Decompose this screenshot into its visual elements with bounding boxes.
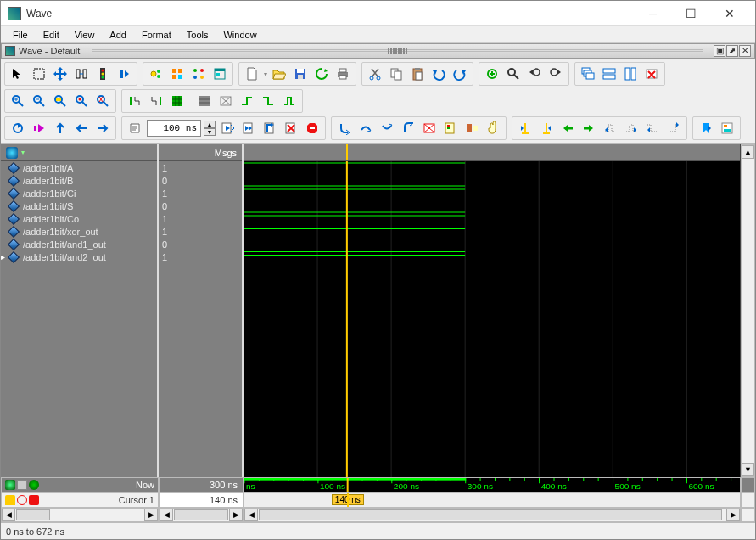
zoom-range-icon[interactable] — [93, 92, 112, 110]
signal-row[interactable]: /adder1bit/A — [1, 161, 157, 174]
stop-icon[interactable] — [303, 119, 322, 138]
signal-row[interactable]: /adder1bit/Co — [1, 212, 157, 225]
add-cursor-icon[interactable] — [516, 119, 535, 138]
step-over-icon[interactable] — [356, 119, 375, 138]
lock-icon[interactable] — [5, 495, 15, 505]
scroll-left-button[interactable]: ◀ — [160, 509, 173, 521]
falling-edge-icon[interactable] — [259, 92, 277, 110]
step-up-icon[interactable] — [51, 119, 70, 138]
maximize-button[interactable]: ☐ — [672, 2, 710, 25]
prev-event-icon[interactable] — [643, 119, 662, 138]
menu-view[interactable]: View — [68, 28, 102, 42]
copy-icon[interactable] — [387, 65, 406, 83]
wave-hscroll[interactable]: ◀ ▶ — [244, 508, 741, 522]
zoom-cursor-icon[interactable] — [72, 92, 91, 110]
scroll-right-button[interactable]: ▶ — [726, 509, 740, 521]
cursor-prev-edge-icon[interactable] — [126, 92, 144, 110]
scroll-right-button[interactable]: ▶ — [229, 509, 243, 521]
cursor-left-icon[interactable] — [558, 119, 577, 138]
delete-icon[interactable] — [642, 65, 661, 83]
step-icon[interactable] — [115, 65, 133, 83]
paste-icon[interactable] — [408, 65, 427, 83]
menu-window[interactable]: Window — [216, 28, 263, 42]
scroll-up-button[interactable]: ▲ — [742, 145, 754, 159]
eval-icon[interactable] — [420, 119, 439, 138]
prev-cursor-icon[interactable] — [537, 119, 556, 138]
next-event-icon[interactable] — [664, 119, 683, 138]
save-icon[interactable] — [291, 65, 310, 83]
process-icon[interactable] — [147, 65, 165, 83]
find-prev-icon[interactable] — [525, 65, 544, 83]
print-icon[interactable] — [333, 65, 352, 83]
run-length-icon[interactable] — [126, 119, 144, 138]
run-continue-icon[interactable] — [30, 119, 48, 138]
vertical-scrollbar[interactable]: ▲ ▼ — [741, 144, 755, 477]
wave-area[interactable] — [244, 161, 740, 477]
grid-icon[interactable] — [168, 92, 187, 110]
undo-icon[interactable] — [429, 65, 448, 83]
step-forward-icon[interactable] — [93, 119, 112, 138]
menu-edit[interactable]: Edit — [36, 28, 66, 42]
signal-row[interactable]: /adder1bit/xor_out — [1, 225, 157, 238]
signals-icon[interactable] — [189, 65, 208, 83]
show-source-icon[interactable] — [441, 119, 460, 138]
browser-icon[interactable] — [210, 65, 229, 83]
tile-horiz-icon[interactable] — [600, 65, 619, 83]
open-icon[interactable] — [270, 65, 288, 83]
scroll-left-button[interactable]: ◀ — [2, 509, 15, 521]
rising-edge-icon[interactable] — [238, 92, 256, 110]
value-list[interactable]: 10101101 — [159, 161, 242, 477]
expand-icon[interactable] — [51, 65, 70, 83]
doc-dock-button[interactable]: ▣ — [714, 45, 725, 57]
tile-vert-icon[interactable] — [621, 65, 640, 83]
cursor-next-edge-icon[interactable] — [147, 92, 165, 110]
signal-row[interactable]: /adder1bit/Ci — [1, 187, 157, 200]
signal-row[interactable]: /adder1bit/B — [1, 174, 157, 187]
redo-icon[interactable] — [451, 65, 469, 83]
properties-icon[interactable] — [718, 119, 736, 138]
trace-step-icon[interactable] — [335, 119, 354, 138]
run-time-input[interactable] — [147, 120, 201, 137]
remove-icon[interactable] — [29, 495, 39, 505]
next-transition-icon[interactable] — [622, 119, 641, 138]
scroll-right-button[interactable]: ▶ — [144, 509, 158, 521]
cut-icon[interactable] — [366, 65, 384, 83]
menu-add[interactable]: Add — [103, 28, 133, 42]
signal-list[interactable]: /adder1bit/A/adder1bit/B/adder1bit/Ci/ad… — [1, 161, 157, 477]
values-hscroll[interactable]: ◀ ▶ — [159, 508, 244, 522]
names-header[interactable]: ▾ — [1, 144, 157, 161]
scroll-left-button[interactable]: ◀ — [244, 509, 258, 521]
pointer-icon[interactable] — [8, 65, 27, 83]
new-icon[interactable] — [243, 65, 261, 83]
menu-format[interactable]: Format — [135, 28, 178, 42]
traffic-light-icon[interactable] — [93, 65, 112, 83]
step-out-icon[interactable] — [399, 119, 417, 138]
menu-tools[interactable]: Tools — [180, 28, 216, 42]
any-edge-icon[interactable] — [280, 92, 299, 110]
doc-close-button[interactable]: ✕ — [739, 45, 751, 57]
restart-icon[interactable] — [8, 119, 27, 138]
run-time-down[interactable]: ▼ — [204, 128, 216, 136]
find-icon[interactable] — [504, 65, 523, 83]
step-back-icon[interactable] — [72, 119, 91, 138]
run-icon[interactable] — [218, 119, 237, 138]
cursor-value[interactable]: 140 ns — [159, 492, 244, 508]
zoom-in-icon[interactable] — [8, 92, 27, 110]
signal-row[interactable]: /adder1bit/and2_out — [1, 250, 157, 263]
scroll-down-button[interactable]: ▼ — [742, 463, 754, 476]
zoom-out-icon[interactable] — [30, 92, 48, 110]
run-time-up[interactable]: ▲ — [204, 121, 216, 128]
continue-run-icon[interactable] — [260, 119, 279, 138]
zoom-mode-icon[interactable] — [72, 65, 91, 83]
doc-maximize-button[interactable]: ⬈ — [726, 45, 738, 57]
run-all-icon[interactable] — [239, 119, 258, 138]
time-ruler[interactable]: ns100 ns200 ns300 ns400 ns500 ns600 ns — [244, 477, 741, 492]
select-region-icon[interactable] — [30, 65, 48, 83]
menu-file[interactable]: File — [6, 28, 35, 42]
names-hscroll[interactable]: ◀ ▶ — [1, 508, 159, 522]
signal-row[interactable]: /adder1bit/S — [1, 200, 157, 212]
prev-transition-icon[interactable] — [601, 119, 619, 138]
break-icon[interactable] — [282, 119, 300, 138]
cursor-track[interactable]: 140 ns — [244, 492, 741, 508]
shade-icon[interactable] — [195, 92, 214, 110]
